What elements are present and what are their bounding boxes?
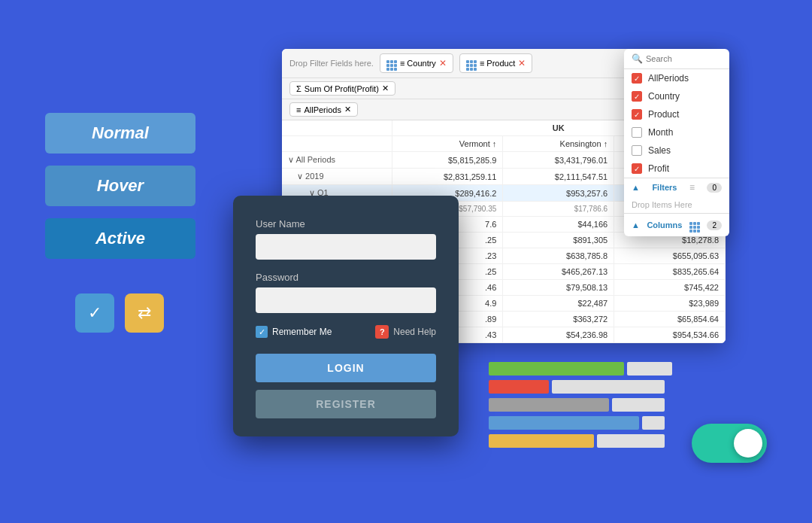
username-input[interactable] — [256, 234, 436, 260]
bar-segment-red — [489, 380, 549, 394]
filters-row: ▲ Filters ≡ 0 — [624, 178, 729, 196]
row-v1: $5,815,285.9 — [392, 152, 503, 169]
row-v2: $638,785.8 — [503, 248, 614, 264]
bar-segment-white5 — [597, 434, 665, 448]
row-v2: $79,508.13 — [503, 280, 614, 296]
row-v3: $954,534.66 — [614, 327, 726, 343]
active-button[interactable]: Active — [45, 218, 195, 259]
row-v2: $953,257.6 — [503, 185, 614, 202]
bar-segment-white2 — [552, 380, 665, 394]
product-chip-label: ≡ Product — [480, 59, 515, 68]
filter-count: 0 — [707, 183, 722, 193]
row-v3: $65,854.64 — [614, 312, 726, 327]
checkbox-country[interactable]: ✓ — [632, 91, 642, 102]
hover-button[interactable]: Hover — [45, 166, 195, 206]
filter-item-profit[interactable]: ✓ Profit — [624, 160, 729, 178]
col-vermont: Vermont ↑ — [392, 136, 503, 152]
row-v3: $655,095.63 — [614, 248, 726, 264]
drop-items-text: Drop Items Here — [624, 196, 729, 213]
country-chip-close[interactable]: ✕ — [439, 58, 447, 68]
password-input[interactable] — [256, 287, 436, 313]
row-v2: $3,431,796.01 — [503, 152, 614, 169]
row-v2: $891,305 — [503, 233, 614, 248]
need-help-row: ? Need Help — [375, 325, 436, 339]
help-icon[interactable]: ? — [375, 325, 389, 339]
search-input[interactable] — [646, 54, 722, 63]
checkbox-profit[interactable]: ✓ — [632, 163, 642, 174]
right-filter-panel: 🔍 ✓ AllPeriods ✓ Country ✓ Product Month… — [624, 49, 729, 236]
register-button[interactable]: REGISTER — [256, 390, 436, 418]
row-label: ∨ All Periods — [282, 152, 392, 169]
bar-chart — [489, 362, 677, 448]
checkbox-product[interactable]: ✓ — [632, 109, 642, 120]
filter-icon2: ≡ — [689, 182, 695, 193]
row-label: ∨ 2019 — [282, 169, 392, 185]
toggle-switch[interactable] — [692, 424, 767, 463]
row-v1: $2,831,259.11 — [392, 169, 503, 185]
sum-chip[interactable]: Σ Sum Of Profit(Profit) ✕ — [289, 81, 395, 96]
login-button[interactable]: LOGIN — [256, 354, 436, 382]
checkbox-allperiods[interactable]: ✓ — [632, 73, 642, 84]
sum-chip-label: Sum Of Profit(Profit) — [304, 84, 379, 93]
remember-me-row: ✓ Remember Me — [256, 326, 332, 338]
bar-row-4 — [489, 416, 677, 430]
filter-item-month[interactable]: Month — [624, 123, 729, 141]
col-header-empty — [282, 136, 392, 152]
row-v3: $835,265.64 — [614, 264, 726, 280]
checkbox-month[interactable] — [632, 127, 642, 138]
filter-item-product[interactable]: ✓ Product — [624, 105, 729, 123]
normal-button[interactable]: Normal — [45, 113, 195, 154]
row-v3: $23,989 — [614, 296, 726, 312]
filters-icon: ▲ — [632, 183, 640, 192]
header-empty-cell — [282, 120, 392, 136]
check-icon-box[interactable]: ✓ — [75, 293, 114, 333]
shuffle-icon-box[interactable]: ⇄ — [125, 293, 164, 333]
search-row: 🔍 — [624, 49, 729, 69]
row-v2: $17,786.6 — [503, 202, 614, 217]
filter-label-allperiods: AllPeriods — [648, 73, 689, 84]
search-icon: 🔍 — [632, 53, 643, 64]
filter-label-country: Country — [648, 91, 680, 102]
sum-icon: Σ — [296, 84, 301, 93]
filter-label-profit: Profit — [648, 163, 669, 174]
periods-chip-close[interactable]: ✕ — [344, 105, 351, 114]
sum-chip-close[interactable]: ✕ — [382, 84, 389, 93]
checkbox-sales[interactable] — [632, 145, 642, 156]
periods-menu-icon: ≡ — [296, 105, 301, 114]
col-kensington: Kensington ↑ — [503, 136, 614, 152]
product-filter-chip[interactable]: ≡ Product ✕ — [459, 53, 532, 73]
columns-count: 2 — [707, 220, 722, 230]
login-dialog: User Name Password ✓ Remember Me ? Need … — [233, 196, 459, 436]
columns-row: ▲ Columns 2 — [624, 213, 729, 236]
country-chip-label: ≡ Country — [400, 59, 436, 68]
grid-icon-product — [466, 56, 477, 71]
filter-item-sales[interactable]: Sales — [624, 141, 729, 160]
row-v2: $2,111,547.51 — [503, 169, 614, 185]
bar-row-3 — [489, 398, 677, 412]
filter-item-country[interactable]: ✓ Country — [624, 87, 729, 105]
remember-checkbox[interactable]: ✓ — [256, 326, 268, 338]
bar-segment-yellow — [489, 434, 594, 448]
bar-row-2 — [489, 380, 677, 394]
product-chip-close[interactable]: ✕ — [518, 58, 526, 68]
row-v2: $54,236.98 — [503, 327, 614, 343]
columns-grid-icon — [689, 217, 700, 233]
row-v2: $44,166 — [503, 217, 614, 233]
checkmark-icon: ✓ — [88, 303, 102, 323]
login-options-row: ✓ Remember Me ? Need Help — [256, 325, 436, 339]
drop-filter-text: Drop Filter Fields here. — [289, 59, 374, 68]
bar-segment-white3 — [612, 398, 665, 412]
small-icons-row: ✓ ⇄ — [75, 293, 164, 333]
row-v2: $22,487 — [503, 296, 614, 312]
username-label: User Name — [256, 218, 436, 230]
toggle-knob — [734, 429, 762, 458]
filter-label-sales: Sales — [648, 145, 671, 156]
bar-segment-green — [489, 362, 624, 376]
row-v2: $363,272 — [503, 312, 614, 327]
shuffle-icon: ⇄ — [138, 303, 151, 323]
country-filter-chip[interactable]: ≡ Country ✕ — [380, 53, 453, 73]
grid-icon-country — [386, 56, 397, 71]
filter-item-allperiods[interactable]: ✓ AllPeriods — [624, 69, 729, 87]
filters-label: Filters — [652, 183, 677, 192]
periods-chip[interactable]: ≡ AllPeriods ✕ — [289, 102, 358, 117]
